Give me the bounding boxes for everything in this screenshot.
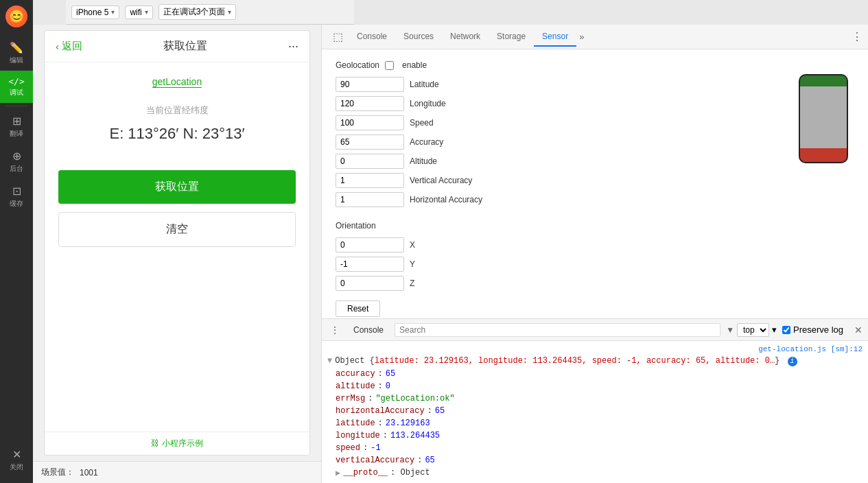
sidebar-divider	[5, 106, 27, 106]
debug-icon: </>	[8, 76, 24, 86]
z-input[interactable]	[336, 276, 404, 291]
horizontal-accuracy-label: Horizontal Accuracy	[410, 195, 482, 204]
backend-icon: ⊕	[12, 150, 21, 163]
file-reference[interactable]: get-location.js [sm]:12	[322, 344, 868, 355]
tab-network[interactable]: Network	[442, 27, 489, 47]
scene-bar: 场景值： 1001	[33, 461, 321, 483]
horizontal-accuracy-input[interactable]	[336, 192, 404, 207]
network-selector[interactable]: wifi ▾	[125, 5, 152, 19]
latitude-input[interactable]	[336, 77, 404, 92]
console-search-input[interactable]	[395, 323, 720, 337]
log-horizontal-accuracy: horizontalAccuracy: 65	[322, 405, 868, 417]
debug-dropdown-arrow: ▾	[228, 8, 231, 16]
vertical-accuracy-input[interactable]	[336, 173, 404, 188]
console-tab-label[interactable]: Console	[348, 322, 389, 338]
device-label: iPhone 5	[76, 8, 108, 17]
content-area: ‹ 返回 获取位置 ··· getLocation 当前位置经纬度 E: 113…	[33, 25, 868, 483]
tab-more[interactable]: »	[576, 29, 587, 45]
log-info-icon[interactable]: i	[788, 357, 797, 366]
top-filter-area: ▼ top ▾	[726, 323, 777, 337]
topbar: iPhone 5 ▾ wifi ▾ 正在调试3个页面 ▾	[66, 0, 354, 25]
preserve-log-checkbox[interactable]	[782, 326, 790, 334]
back-label: 返回	[62, 40, 82, 53]
log-longitude: longitude: 113.264435	[322, 429, 868, 442]
device-selector[interactable]: iPhone 5 ▾	[71, 5, 119, 19]
main-area: iPhone 5 ▾ wifi ▾ 正在调试3个页面 ▾ ‹ 返回 获取位置	[33, 0, 868, 483]
altitude-row: Altitude	[336, 154, 765, 169]
phone-footer: ⛓ 小程序示例	[45, 432, 309, 455]
top-filter-select[interactable]: top	[737, 323, 769, 337]
y-input[interactable]	[336, 257, 404, 272]
altitude-label: Altitude	[410, 156, 478, 166]
sidebar-item-backend[interactable]: ⊕ 后台	[0, 144, 33, 179]
sidebar-item-edit[interactable]: ✏️ 编辑	[0, 36, 33, 71]
tab-sensor[interactable]: Sensor	[534, 27, 576, 47]
enable-label: enable	[402, 60, 427, 70]
log-expand-arrow[interactable]: ▼	[327, 356, 332, 366]
longitude-input[interactable]	[336, 96, 404, 111]
more-button[interactable]: ···	[288, 39, 298, 54]
tab-console[interactable]: Console	[349, 27, 395, 47]
geolocation-title: Geolocation enable	[336, 60, 765, 70]
sensor-left: Geolocation enable Latitude Longitude	[336, 60, 765, 307]
sidebar-item-label: 缓存	[10, 199, 23, 209]
log-latitude: latitude: 23.129163	[322, 417, 868, 429]
altitude-input[interactable]	[336, 154, 404, 169]
preserve-log-area: Preserve log	[782, 325, 843, 335]
phone-visual-body	[799, 74, 848, 163]
phone-screen: ‹ 返回 获取位置 ··· getLocation 当前位置经纬度 E: 113…	[44, 30, 310, 456]
phone-visual	[793, 74, 854, 307]
devtools-kebab-icon[interactable]: ⋮	[852, 31, 863, 43]
reset-button[interactable]: Reset	[336, 301, 380, 317]
get-location-link[interactable]: getLocation	[152, 76, 202, 88]
tab-storage[interactable]: Storage	[489, 27, 534, 47]
scene-label: 场景值：	[41, 467, 74, 478]
sidebar-item-close[interactable]: ✕ 关闭	[0, 443, 33, 478]
phone-visual-screen	[800, 86, 847, 148]
location-label: 当前位置经纬度	[146, 104, 209, 117]
orientation-section: Orientation X Y Z	[336, 221, 765, 317]
translate-icon: ⊞	[12, 115, 21, 128]
scene-value: 1001	[80, 468, 98, 478]
debug-status[interactable]: 正在调试3个页面 ▾	[159, 4, 237, 20]
get-location-button[interactable]: 获取位置	[58, 170, 296, 204]
devtools-panel: ⬚ Console Sources Network Storage Sensor…	[321, 25, 868, 483]
sidebar-item-cache[interactable]: ⊡ 缓存	[0, 179, 33, 214]
accuracy-label: Accuracy	[410, 137, 478, 147]
cache-icon: ⊡	[12, 185, 21, 198]
page-title: 获取位置	[163, 39, 207, 54]
vertical-accuracy-label: Vertical Accuracy	[410, 176, 478, 185]
devtools-actions: ⋮	[852, 30, 863, 43]
avatar[interactable]: 😊	[5, 5, 27, 27]
z-label: Z	[410, 279, 478, 288]
z-row: Z	[336, 276, 765, 291]
x-label: X	[410, 240, 478, 250]
longitude-label: Longitude	[410, 99, 478, 108]
enable-checkbox[interactable]	[385, 61, 394, 70]
proto-expand-arrow[interactable]: ▶	[336, 468, 340, 478]
geolocation-section: Geolocation enable Latitude Longitude	[336, 60, 765, 207]
sidebar: 😊 ✏️ 编辑 </> 调试 ⊞ 翻译 ⊕ 后台 ⊡ 缓存 ✕ 关闭	[0, 0, 33, 483]
devtools-icon-cursor[interactable]: ⬚	[327, 27, 349, 46]
tab-sources[interactable]: Sources	[395, 27, 442, 47]
log-speed: speed: -1	[322, 442, 868, 454]
miniprogram-icon: ⛓	[151, 438, 159, 448]
phone-content: getLocation 当前位置经纬度 E: 113°26′ N: 23°13′…	[45, 62, 309, 432]
log-errmsg: errMsg: "getLocation:ok"	[322, 392, 868, 405]
device-dropdown-arrow: ▾	[111, 8, 115, 16]
preserve-log-label: Preserve log	[793, 325, 843, 335]
sidebar-item-translate[interactable]: ⊞ 翻译	[0, 109, 33, 144]
back-button[interactable]: ‹ 返回	[56, 40, 82, 53]
latitude-row: Latitude	[336, 77, 765, 92]
console-close-button[interactable]: ✕	[854, 325, 863, 335]
x-input[interactable]	[336, 237, 404, 252]
log-vertical-accuracy: verticalAccuracy: 65	[322, 454, 868, 467]
accuracy-input[interactable]	[336, 134, 404, 150]
speed-row: Speed	[336, 115, 765, 130]
sidebar-item-label: 关闭	[10, 462, 23, 472]
sidebar-item-debug[interactable]: </> 调试	[0, 71, 33, 103]
console-menu-icon[interactable]: ⋮	[327, 323, 342, 337]
clear-button[interactable]: 清空	[58, 212, 296, 247]
latitude-label: Latitude	[410, 80, 478, 89]
speed-input[interactable]	[336, 115, 404, 130]
